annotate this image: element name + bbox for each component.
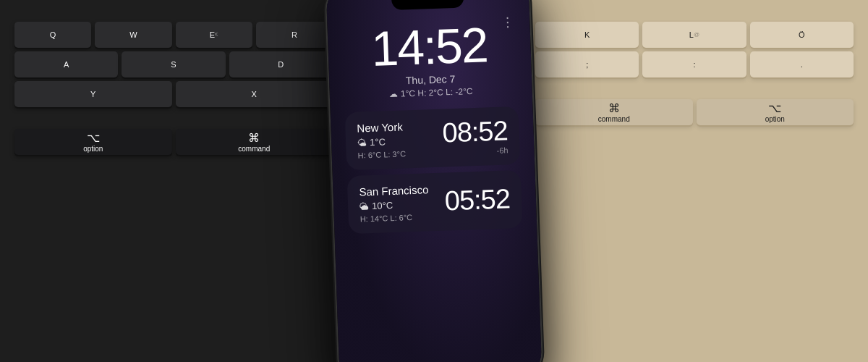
hl-sf: H: 14°C L: 6°C xyxy=(360,212,430,223)
city-name-ny: New York xyxy=(357,120,405,134)
key-y[interactable]: Y xyxy=(14,81,172,107)
time-ny: 08:52 xyxy=(442,117,508,146)
widget-san-francisco: San Francisco 🌥 10°C H: 14°C L: 6°C 05:5… xyxy=(347,170,523,234)
key-colon[interactable]: : xyxy=(642,51,746,77)
key-l[interactable]: L@ xyxy=(642,22,746,48)
key-row-bottom: ⌥ option ⌘ command xyxy=(14,129,333,155)
widgets-area: New York 🌤 1°C H: 6°C L: 3°C 08:52 -6h xyxy=(345,106,523,234)
key-x[interactable]: X xyxy=(176,81,333,107)
weather-row-sf: 🌥 10°C xyxy=(359,198,429,211)
key-k[interactable]: K xyxy=(535,22,639,48)
phone-body: ⋮ 14:52 Thu, Dec 7 ☁ 1°C H: 2°C L: -2°C … xyxy=(326,0,542,362)
key-row-3: Y X xyxy=(14,81,333,107)
key-period[interactable]: . xyxy=(750,51,854,77)
key-command-right[interactable]: ⌘ command xyxy=(535,99,693,125)
key-option[interactable]: ⌥ option xyxy=(14,129,172,155)
key-r[interactable]: R xyxy=(256,22,333,48)
phone-screen: ⋮ 14:52 Thu, Dec 7 ☁ 1°C H: 2°C L: -2°C … xyxy=(326,0,542,362)
hl-ny: H: 6°C L: 3°C xyxy=(357,149,406,159)
key-semicolon[interactable]: ; xyxy=(535,51,639,77)
weather-icon-sf: 🌥 xyxy=(359,201,370,211)
key-s[interactable]: S xyxy=(122,51,225,77)
key-d[interactable]: D xyxy=(229,51,333,77)
widget-new-york: New York 🌤 1°C H: 6°C L: 3°C 08:52 -6h xyxy=(345,106,521,170)
key-w[interactable]: W xyxy=(95,22,171,48)
dynamic-island xyxy=(391,0,464,10)
main-clock: 14:52 xyxy=(370,20,488,73)
key-row-2: A S D xyxy=(14,51,333,77)
keyboard-light: K L@ Ö ; : . ⌘ command ⌥ option xyxy=(521,0,868,362)
main-weather: ☁ 1°C H: 2°C L: -2°C xyxy=(389,86,473,99)
main-date: Thu, Dec 7 xyxy=(406,73,456,86)
key-a[interactable]: A xyxy=(14,51,118,77)
time-sf: 05:52 xyxy=(444,185,510,214)
key-option-right[interactable]: ⌥ option xyxy=(697,99,854,125)
phone: ⋮ 14:52 Thu, Dec 7 ☁ 1°C H: 2°C L: -2°C … xyxy=(326,0,542,362)
key-q[interactable]: Q xyxy=(14,22,91,48)
main-weather-text: 1°C H: 2°C L: -2°C xyxy=(401,86,473,98)
key-command[interactable]: ⌘ command xyxy=(176,129,333,155)
key-o-uml[interactable]: Ö xyxy=(750,22,854,48)
key-row-1: Q W E€ R xyxy=(14,22,333,48)
widget-left-ny: New York 🌤 1°C H: 6°C L: 3°C xyxy=(357,120,406,159)
city-name-sf: San Francisco xyxy=(359,183,428,198)
widget-right-ny: 08:52 -6h xyxy=(442,117,509,156)
weather-row-ny: 🌤 1°C xyxy=(357,135,406,148)
light-key-row-1: K L@ Ö xyxy=(535,22,854,48)
temp-sf: 10°C xyxy=(372,200,393,211)
keyboard-dark: Q W E€ R A S D Y X ⌥ option ⌘ comm xyxy=(0,0,347,362)
widget-left-sf: San Francisco 🌥 10°C H: 14°C L: 6°C xyxy=(359,183,430,223)
light-key-row-2: ; : . xyxy=(535,51,854,77)
key-e[interactable]: E€ xyxy=(176,22,252,48)
temp-ny: 1°C xyxy=(370,136,386,148)
light-key-row-bottom: ⌘ command ⌥ option xyxy=(535,99,854,125)
weather-icon-ny: 🌤 xyxy=(357,137,367,148)
widget-right-sf: 05:52 xyxy=(444,185,510,216)
weather-icon-main: ☁ xyxy=(389,89,398,99)
menu-dots[interactable]: ⋮ xyxy=(501,15,514,29)
offset-ny: -6h xyxy=(496,146,508,155)
